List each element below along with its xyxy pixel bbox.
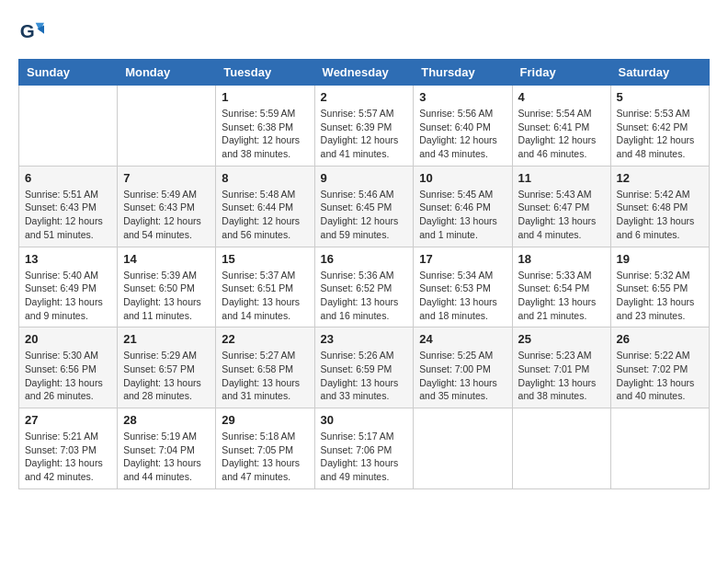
calendar-week-4: 20Sunrise: 5:30 AM Sunset: 6:56 PM Dayli… <box>19 327 710 408</box>
calendar-cell: 19Sunrise: 5:32 AM Sunset: 6:55 PM Dayli… <box>610 247 709 327</box>
page-header: G <box>18 18 710 44</box>
calendar-cell: 15Sunrise: 5:37 AM Sunset: 6:51 PM Dayli… <box>216 247 314 327</box>
day-info: Sunrise: 5:33 AM Sunset: 6:54 PM Dayligh… <box>518 269 605 323</box>
calendar-cell: 23Sunrise: 5:26 AM Sunset: 6:59 PM Dayli… <box>314 327 414 408</box>
calendar-week-3: 13Sunrise: 5:40 AM Sunset: 6:49 PM Dayli… <box>19 247 710 327</box>
day-info: Sunrise: 5:36 AM Sunset: 6:52 PM Dayligh… <box>321 269 408 323</box>
calendar-cell: 25Sunrise: 5:23 AM Sunset: 7:01 PM Dayli… <box>512 327 610 408</box>
day-number: 6 <box>25 171 111 185</box>
calendar-cell: 30Sunrise: 5:17 AM Sunset: 7:06 PM Dayli… <box>314 408 414 489</box>
calendar-cell: 21Sunrise: 5:29 AM Sunset: 6:57 PM Dayli… <box>118 327 216 408</box>
day-info: Sunrise: 5:54 AM Sunset: 6:41 PM Dayligh… <box>518 107 605 161</box>
day-info: Sunrise: 5:57 AM Sunset: 6:39 PM Dayligh… <box>321 107 408 161</box>
day-info: Sunrise: 5:26 AM Sunset: 6:59 PM Dayligh… <box>321 349 408 403</box>
day-info: Sunrise: 5:42 AM Sunset: 6:48 PM Dayligh… <box>617 188 703 242</box>
logo: G <box>18 18 46 44</box>
calendar-cell: 16Sunrise: 5:36 AM Sunset: 6:52 PM Dayli… <box>314 247 414 327</box>
calendar-cell: 8Sunrise: 5:48 AM Sunset: 6:44 PM Daylig… <box>216 166 314 247</box>
day-number: 25 <box>518 332 605 346</box>
calendar-cell: 24Sunrise: 5:25 AM Sunset: 7:00 PM Dayli… <box>414 327 512 408</box>
day-number: 17 <box>419 252 506 266</box>
calendar-cell: 1Sunrise: 5:59 AM Sunset: 6:38 PM Daylig… <box>216 86 314 167</box>
weekday-header-sunday: Sunday <box>19 60 118 86</box>
day-info: Sunrise: 5:46 AM Sunset: 6:45 PM Dayligh… <box>321 188 408 242</box>
calendar-cell: 11Sunrise: 5:43 AM Sunset: 6:47 PM Dayli… <box>512 166 610 247</box>
day-number: 1 <box>222 90 308 104</box>
day-info: Sunrise: 5:32 AM Sunset: 6:55 PM Dayligh… <box>617 269 703 323</box>
day-number: 14 <box>123 252 210 266</box>
day-number: 3 <box>419 90 506 104</box>
day-info: Sunrise: 5:30 AM Sunset: 6:56 PM Dayligh… <box>25 349 111 403</box>
day-info: Sunrise: 5:22 AM Sunset: 7:02 PM Dayligh… <box>617 349 703 403</box>
calendar-cell <box>610 408 709 489</box>
day-info: Sunrise: 5:25 AM Sunset: 7:00 PM Dayligh… <box>419 349 506 403</box>
day-info: Sunrise: 5:29 AM Sunset: 6:57 PM Dayligh… <box>123 349 210 403</box>
day-info: Sunrise: 5:53 AM Sunset: 6:42 PM Dayligh… <box>617 107 703 161</box>
day-number: 19 <box>617 252 703 266</box>
day-info: Sunrise: 5:51 AM Sunset: 6:43 PM Dayligh… <box>25 188 111 242</box>
day-number: 8 <box>222 171 308 185</box>
calendar-cell: 14Sunrise: 5:39 AM Sunset: 6:50 PM Dayli… <box>118 247 216 327</box>
day-info: Sunrise: 5:34 AM Sunset: 6:53 PM Dayligh… <box>419 269 506 323</box>
day-info: Sunrise: 5:17 AM Sunset: 7:06 PM Dayligh… <box>321 430 408 484</box>
day-number: 24 <box>419 332 506 346</box>
day-info: Sunrise: 5:27 AM Sunset: 6:58 PM Dayligh… <box>222 349 308 403</box>
day-number: 22 <box>222 332 308 346</box>
calendar-cell: 10Sunrise: 5:45 AM Sunset: 6:46 PM Dayli… <box>414 166 512 247</box>
day-number: 11 <box>518 171 605 185</box>
calendar-cell <box>118 86 216 167</box>
day-info: Sunrise: 5:59 AM Sunset: 6:38 PM Dayligh… <box>222 107 308 161</box>
weekday-header-wednesday: Wednesday <box>314 60 414 86</box>
calendar-cell: 27Sunrise: 5:21 AM Sunset: 7:03 PM Dayli… <box>19 408 118 489</box>
calendar-cell: 4Sunrise: 5:54 AM Sunset: 6:41 PM Daylig… <box>512 86 610 167</box>
weekday-header-saturday: Saturday <box>610 60 709 86</box>
day-info: Sunrise: 5:43 AM Sunset: 6:47 PM Dayligh… <box>518 188 605 242</box>
day-number: 5 <box>617 90 703 104</box>
day-number: 29 <box>222 413 308 427</box>
weekday-header-monday: Monday <box>118 60 216 86</box>
calendar-cell: 28Sunrise: 5:19 AM Sunset: 7:04 PM Dayli… <box>118 408 216 489</box>
day-info: Sunrise: 5:40 AM Sunset: 6:49 PM Dayligh… <box>25 269 111 323</box>
day-number: 7 <box>123 171 210 185</box>
day-info: Sunrise: 5:21 AM Sunset: 7:03 PM Dayligh… <box>25 430 111 484</box>
weekday-header-tuesday: Tuesday <box>216 60 314 86</box>
calendar-cell: 20Sunrise: 5:30 AM Sunset: 6:56 PM Dayli… <box>19 327 118 408</box>
calendar-cell: 7Sunrise: 5:49 AM Sunset: 6:43 PM Daylig… <box>118 166 216 247</box>
logo-icon: G <box>18 18 44 44</box>
calendar-cell: 18Sunrise: 5:33 AM Sunset: 6:54 PM Dayli… <box>512 247 610 327</box>
day-number: 26 <box>617 332 703 346</box>
day-number: 16 <box>321 252 408 266</box>
calendar-cell <box>414 408 512 489</box>
calendar-cell: 2Sunrise: 5:57 AM Sunset: 6:39 PM Daylig… <box>314 86 414 167</box>
day-number: 15 <box>222 252 308 266</box>
day-info: Sunrise: 5:18 AM Sunset: 7:05 PM Dayligh… <box>222 430 308 484</box>
calendar-cell: 6Sunrise: 5:51 AM Sunset: 6:43 PM Daylig… <box>19 166 118 247</box>
day-info: Sunrise: 5:23 AM Sunset: 7:01 PM Dayligh… <box>518 349 605 403</box>
calendar-cell: 5Sunrise: 5:53 AM Sunset: 6:42 PM Daylig… <box>610 86 709 167</box>
calendar-week-5: 27Sunrise: 5:21 AM Sunset: 7:03 PM Dayli… <box>19 408 710 489</box>
day-info: Sunrise: 5:56 AM Sunset: 6:40 PM Dayligh… <box>419 107 506 161</box>
calendar-cell: 3Sunrise: 5:56 AM Sunset: 6:40 PM Daylig… <box>414 86 512 167</box>
day-number: 30 <box>321 413 408 427</box>
calendar-table: SundayMondayTuesdayWednesdayThursdayFrid… <box>18 59 710 489</box>
day-number: 20 <box>25 332 111 346</box>
weekday-header-row: SundayMondayTuesdayWednesdayThursdayFrid… <box>19 60 710 86</box>
day-info: Sunrise: 5:39 AM Sunset: 6:50 PM Dayligh… <box>123 269 210 323</box>
day-info: Sunrise: 5:37 AM Sunset: 6:51 PM Dayligh… <box>222 269 308 323</box>
calendar-week-2: 6Sunrise: 5:51 AM Sunset: 6:43 PM Daylig… <box>19 166 710 247</box>
day-info: Sunrise: 5:45 AM Sunset: 6:46 PM Dayligh… <box>419 188 506 242</box>
day-info: Sunrise: 5:49 AM Sunset: 6:43 PM Dayligh… <box>123 188 210 242</box>
day-number: 12 <box>617 171 703 185</box>
day-number: 27 <box>25 413 111 427</box>
calendar-cell: 9Sunrise: 5:46 AM Sunset: 6:45 PM Daylig… <box>314 166 414 247</box>
day-number: 13 <box>25 252 111 266</box>
weekday-header-thursday: Thursday <box>414 60 512 86</box>
day-number: 23 <box>321 332 408 346</box>
calendar-cell: 29Sunrise: 5:18 AM Sunset: 7:05 PM Dayli… <box>216 408 314 489</box>
day-number: 10 <box>419 171 506 185</box>
day-info: Sunrise: 5:19 AM Sunset: 7:04 PM Dayligh… <box>123 430 210 484</box>
day-number: 4 <box>518 90 605 104</box>
calendar-cell: 22Sunrise: 5:27 AM Sunset: 6:58 PM Dayli… <box>216 327 314 408</box>
day-number: 18 <box>518 252 605 266</box>
day-number: 2 <box>321 90 408 104</box>
